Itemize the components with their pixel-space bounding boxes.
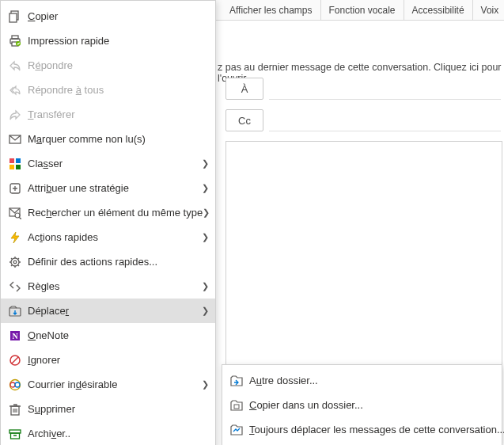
menu-onenote-label: OneNote — [25, 329, 209, 341]
to-field[interactable] — [269, 78, 501, 100]
menu-archive[interactable]: Archiver.. — [1, 421, 215, 445]
menu-move[interactable]: Déplacer ❯ — [1, 299, 215, 323]
findrelated-icon — [6, 207, 25, 219]
quickprint-icon — [6, 35, 25, 48]
menu-rules-label: Règles — [25, 280, 198, 292]
menu-copy[interactable]: Copier — [1, 4, 215, 29]
menu-ignore[interactable]: Ignorer — [1, 348, 215, 372]
submenu-alwaysmove[interactable]: Toujours déplacer les messages de cette … — [222, 417, 502, 442]
menu-quickprint-label: Impression rapide — [25, 35, 209, 47]
submenu-alwaysmove-label: Toujours déplacer les messages de cette … — [246, 424, 504, 435]
reply-icon — [6, 59, 25, 72]
quickactions-icon — [6, 231, 25, 244]
submenu-arrow-icon: ❯ — [198, 379, 209, 390]
menu-copy-label: Copier — [25, 10, 209, 22]
move-icon — [6, 305, 25, 318]
submenu-copytofolder[interactable]: Copier dans un dossier... — [222, 393, 502, 417]
submenu-arrow-icon: ❯ — [198, 232, 209, 242]
submenu-otherfolder-label: Autre dossier... — [246, 375, 495, 386]
to-button[interactable]: À — [225, 78, 263, 100]
ignore-icon — [6, 354, 25, 367]
menu-quickprint[interactable]: Impression rapide — [1, 29, 215, 53]
cc-button[interactable]: Cc — [225, 109, 263, 131]
junk-icon — [6, 378, 25, 391]
menu-replyall-label: Répondre à tous — [25, 84, 209, 96]
rules-icon — [6, 280, 25, 293]
menu-policy-label: Attribuer une stratégie — [25, 182, 198, 194]
archive-icon — [6, 428, 25, 440]
markunread-icon — [6, 133, 25, 146]
menu-defquick-label: Définir des actions rapides... — [25, 256, 209, 268]
copy-icon — [6, 10, 25, 23]
menu-forward: Transférer — [1, 102, 215, 127]
tab-voice[interactable]: Fonction vocale — [321, 0, 404, 20]
menu-move-label: Déplacer — [25, 305, 198, 317]
menu-findrelated[interactable]: Rechercher un élément du même type ❯ — [1, 200, 215, 225]
alwaysmove-icon — [227, 424, 246, 436]
submenu-arrow-icon: ❯ — [198, 158, 209, 169]
menu-delete[interactable]: Supprimer — [1, 397, 215, 421]
menu-junk[interactable]: Courrier indésirable ❯ — [1, 372, 215, 397]
menu-delete-label: Supprimer — [25, 403, 209, 415]
submenu-arrow-icon: ❯ — [198, 306, 209, 316]
categorize-icon — [6, 158, 25, 170]
cc-field[interactable] — [269, 109, 501, 131]
submenu-arrow-icon: ❯ — [198, 183, 209, 193]
submenu-copytofolder-label: Copier dans un dossier... — [246, 399, 495, 411]
tab-voix[interactable]: Voix — [473, 0, 504, 20]
policy-icon — [6, 182, 25, 195]
menu-junk-label: Courrier indésirable — [25, 378, 198, 390]
menu-findrelated-label: Rechercher un élément du même type — [25, 207, 203, 219]
menu-onenote[interactable]: OneNote — [1, 323, 215, 348]
copyfolder-icon — [227, 399, 246, 412]
menu-replyall: Répondre à tous — [1, 78, 215, 102]
submenu-arrow-icon: ❯ — [198, 281, 209, 291]
menu-quickactions-label: Actions rapides — [25, 231, 198, 243]
menu-markunread-label: Marquer comme non lu(s) — [25, 133, 209, 145]
menu-defquick[interactable]: Définir des actions rapides... — [1, 249, 215, 274]
defquick-icon — [6, 256, 25, 268]
menu-rules[interactable]: Règles ❯ — [1, 274, 215, 299]
submenu-arrow-icon: ❯ — [203, 207, 210, 218]
menu-policy[interactable]: Attribuer une stratégie ❯ — [1, 176, 215, 200]
menu-markunread[interactable]: Marquer comme non lu(s) — [1, 127, 215, 151]
menu-quickactions[interactable]: Actions rapides ❯ — [1, 225, 215, 249]
tab-accessibility[interactable]: Accessibilité — [404, 0, 473, 20]
folder-icon — [227, 375, 246, 387]
submenu-otherfolder[interactable]: Autre dossier... — [222, 368, 502, 393]
delete-icon — [6, 403, 25, 416]
menu-reply: Répondre — [1, 53, 215, 78]
move-submenu: Autre dossier... Copier dans un dossier.… — [222, 364, 502, 445]
context-menu: Copier Impression rapide Répondre Répond… — [0, 0, 216, 445]
forward-icon — [6, 108, 25, 121]
tab-show-fields[interactable]: Afficher les champs — [222, 0, 321, 20]
menu-archive-label: Archiver.. — [25, 428, 209, 439]
menu-categorize[interactable]: Classer ❯ — [1, 151, 215, 176]
menu-forward-label: Transférer — [25, 108, 209, 120]
onenote-icon — [6, 329, 25, 342]
menu-categorize-label: Classer — [25, 158, 198, 169]
menu-reply-label: Répondre — [25, 59, 209, 71]
replyall-icon — [6, 84, 25, 97]
menu-ignore-label: Ignorer — [25, 354, 209, 366]
